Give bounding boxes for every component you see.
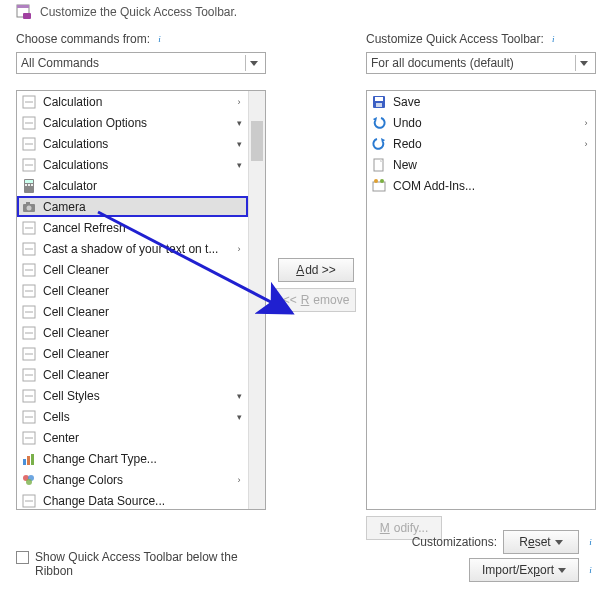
list-item[interactable]: Calculation› bbox=[17, 91, 248, 112]
list-item-label: Camera bbox=[43, 200, 228, 214]
list-item[interactable]: Change Colors› bbox=[17, 469, 248, 490]
import-export-button[interactable]: Import/Export bbox=[469, 558, 579, 582]
list-item-label: Change Colors bbox=[43, 473, 228, 487]
info-icon[interactable]: i bbox=[154, 34, 165, 45]
checkbox-unchecked-icon[interactable] bbox=[16, 551, 29, 564]
info-icon[interactable]: i bbox=[548, 34, 559, 45]
list-item-label: Cell Styles bbox=[43, 389, 228, 403]
remove-button: << Remove bbox=[276, 288, 357, 312]
info-icon[interactable]: i bbox=[585, 537, 596, 548]
list-item[interactable]: Save bbox=[367, 91, 595, 112]
submenu-indicator-icon: ▾ bbox=[234, 160, 244, 170]
list-item-label: Cell Cleaner bbox=[43, 326, 228, 340]
svg-rect-58 bbox=[375, 97, 383, 101]
list-item[interactable]: Camera bbox=[17, 196, 248, 217]
new-icon bbox=[371, 157, 387, 173]
list-item-label: Calculator bbox=[43, 179, 228, 193]
info-icon[interactable]: i bbox=[585, 565, 596, 576]
list-item[interactable]: Calculator bbox=[17, 175, 248, 196]
list-item-label: New bbox=[393, 158, 575, 172]
list-item[interactable]: Cells▾ bbox=[17, 406, 248, 427]
list-item-label: Calculation Options bbox=[43, 116, 228, 130]
submenu-indicator-icon: › bbox=[581, 118, 591, 128]
commands-listbox[interactable]: Calculation›Calculation Options▾Calculat… bbox=[16, 90, 266, 510]
svg-rect-15 bbox=[31, 184, 33, 186]
cleaner-icon bbox=[21, 283, 37, 299]
scrollbar-thumb[interactable] bbox=[251, 121, 263, 161]
list-item[interactable]: Redo› bbox=[367, 133, 595, 154]
reset-button[interactable]: Reset bbox=[503, 530, 579, 554]
choose-commands-dropdown[interactable]: All Commands bbox=[16, 52, 266, 74]
colors-icon bbox=[21, 472, 37, 488]
save-icon bbox=[371, 94, 387, 110]
list-item-label: Redo bbox=[393, 137, 575, 151]
list-item-label: Cells bbox=[43, 410, 228, 424]
list-item[interactable]: Calculation Options▾ bbox=[17, 112, 248, 133]
list-item[interactable]: Cell Cleaner bbox=[17, 322, 248, 343]
data-source-icon bbox=[21, 493, 37, 509]
scope-value: For all documents (default) bbox=[371, 56, 514, 70]
customizations-area: Customizations: Reset i Import/Export i bbox=[366, 526, 596, 582]
scrollbar[interactable] bbox=[248, 91, 265, 509]
col-left: Choose commands from: i All Commands Cal… bbox=[16, 30, 266, 540]
cleaner-icon bbox=[21, 325, 37, 341]
customize-qat-label-row: Customize Quick Access Toolbar: i bbox=[366, 30, 596, 48]
scope-dropdown[interactable]: For all documents (default) bbox=[366, 52, 596, 74]
list-item[interactable]: Cell Cleaner bbox=[17, 280, 248, 301]
list-item-label: Cancel Refresh bbox=[43, 221, 228, 235]
calc-opts-icon bbox=[21, 115, 37, 131]
list-item-label: Calculations bbox=[43, 158, 228, 172]
svg-point-62 bbox=[374, 179, 378, 183]
list-item[interactable]: Change Data Source... bbox=[17, 490, 248, 509]
show-below-ribbon-label: Show Quick Access Toolbar below the Ribb… bbox=[35, 550, 245, 578]
list-item[interactable]: Calculations▾ bbox=[17, 133, 248, 154]
styles-icon bbox=[21, 388, 37, 404]
cleaner-icon bbox=[21, 367, 37, 383]
choose-commands-label: Choose commands from: bbox=[16, 32, 150, 46]
header-title: Customize the Quick Access Toolbar. bbox=[40, 5, 237, 19]
list-item[interactable]: Cell Styles▾ bbox=[17, 385, 248, 406]
list-item[interactable]: Undo› bbox=[367, 112, 595, 133]
list-item[interactable]: Cancel Refresh bbox=[17, 217, 248, 238]
list-item[interactable]: Cell Cleaner bbox=[17, 259, 248, 280]
chevron-down-icon bbox=[245, 55, 261, 71]
cleaner-icon bbox=[21, 262, 37, 278]
list-item[interactable]: New bbox=[367, 154, 595, 175]
list-item[interactable]: Cell Cleaner bbox=[17, 343, 248, 364]
list-item-label: COM Add-Ins... bbox=[393, 179, 575, 193]
header: Customize the Quick Access Toolbar. bbox=[0, 0, 612, 30]
camera-icon bbox=[21, 199, 37, 215]
customize-qat-label: Customize Quick Access Toolbar: bbox=[366, 32, 544, 46]
list-item[interactable]: Cast a shadow of your text on t...› bbox=[17, 238, 248, 259]
list-item[interactable]: Center bbox=[17, 427, 248, 448]
shadow-icon bbox=[21, 241, 37, 257]
qat-listbox[interactable]: SaveUndo›Redo›NewCOM Add-Ins... bbox=[366, 90, 596, 510]
list-item[interactable]: Cell Cleaner bbox=[17, 364, 248, 385]
cells-icon bbox=[21, 409, 37, 425]
add-button[interactable]: Add >> bbox=[278, 258, 354, 282]
list-item[interactable]: COM Add-Ins... bbox=[367, 175, 595, 196]
list-item-label: Calculations bbox=[43, 137, 228, 151]
choose-commands-value: All Commands bbox=[21, 56, 99, 70]
list-item[interactable]: Cell Cleaner bbox=[17, 301, 248, 322]
cleaner-icon bbox=[21, 304, 37, 320]
svg-rect-61 bbox=[373, 182, 385, 191]
list-item[interactable]: Calculations▾ bbox=[17, 154, 248, 175]
chevron-down-icon bbox=[575, 55, 591, 71]
col-right: Customize Quick Access Toolbar: i For al… bbox=[366, 30, 596, 540]
svg-point-17 bbox=[27, 205, 32, 210]
list-item-label: Cell Cleaner bbox=[43, 305, 228, 319]
choose-commands-label-row: Choose commands from: i bbox=[16, 30, 266, 48]
com-addins-icon bbox=[371, 178, 387, 194]
svg-rect-1 bbox=[17, 5, 29, 8]
list-item[interactable]: Change Chart Type... bbox=[17, 448, 248, 469]
svg-rect-2 bbox=[23, 13, 31, 19]
list-item-label: Change Data Source... bbox=[43, 494, 228, 508]
svg-rect-41 bbox=[23, 459, 26, 465]
submenu-indicator-icon: › bbox=[234, 475, 244, 485]
list-item-label: Cell Cleaner bbox=[43, 284, 228, 298]
submenu-indicator-icon: ▾ bbox=[234, 391, 244, 401]
list-item-label: Center bbox=[43, 431, 228, 445]
svg-point-46 bbox=[26, 479, 32, 485]
body-row: Choose commands from: i All Commands Cal… bbox=[0, 30, 612, 540]
